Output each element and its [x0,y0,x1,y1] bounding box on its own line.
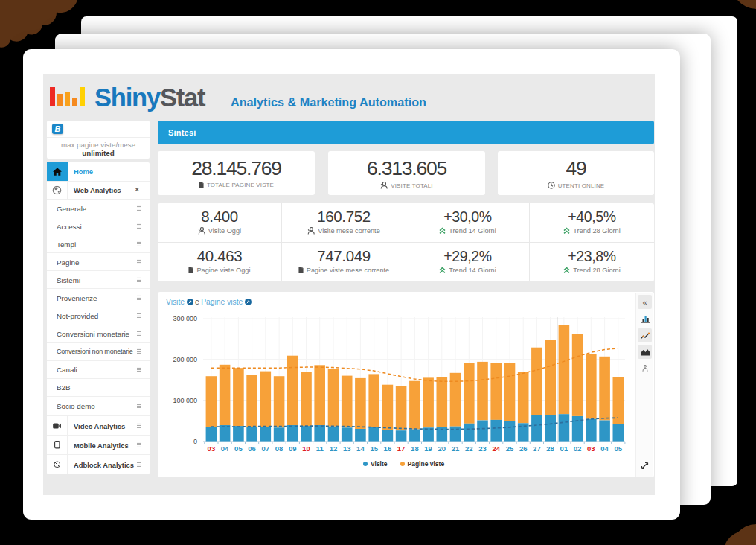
svg-text:08: 08 [275,444,284,453]
svg-text:27: 27 [533,444,541,453]
svg-text:05: 05 [615,444,623,453]
svg-text:24: 24 [492,444,500,453]
svg-text:09: 09 [289,444,297,453]
svg-text:06: 06 [248,444,256,453]
svg-text:22: 22 [465,444,473,453]
svg-text:200 000: 200 000 [173,356,197,363]
svg-text:300 000: 300 000 [173,315,197,322]
svg-text:26: 26 [519,444,528,453]
svg-text:25: 25 [506,444,514,453]
svg-text:19: 19 [424,444,432,453]
svg-text:02: 02 [574,444,582,453]
svg-text:03: 03 [587,444,595,453]
svg-text:01: 01 [560,444,568,453]
svg-text:0: 0 [193,438,197,445]
svg-text:04: 04 [600,444,609,453]
svg-text:14: 14 [356,444,365,453]
svg-text:18: 18 [411,444,419,453]
svg-text:11: 11 [316,444,324,453]
svg-text:28: 28 [546,444,554,453]
svg-text:15: 15 [370,444,378,453]
svg-text:20: 20 [438,444,446,453]
svg-text:17: 17 [397,444,406,453]
svg-text:04: 04 [221,444,229,453]
svg-text:10: 10 [302,444,310,453]
svg-text:16: 16 [384,444,392,453]
svg-text:23: 23 [478,444,487,453]
svg-text:12: 12 [330,444,338,453]
svg-text:03: 03 [208,444,216,453]
svg-text:21: 21 [452,444,460,453]
svg-text:05: 05 [234,444,243,453]
svg-text:07: 07 [262,444,270,453]
svg-text:100 000: 100 000 [173,397,197,404]
svg-text:13: 13 [343,444,351,453]
